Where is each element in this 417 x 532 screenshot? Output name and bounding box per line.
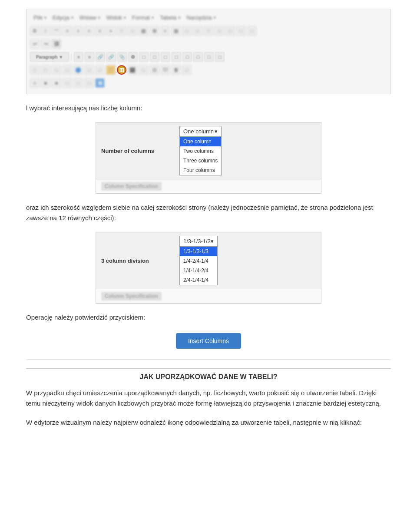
column-division-row: 3 column division 1/3-1/3-1/3 ▾ 1/3-1/3-… [96, 232, 321, 289]
tb-btn-5[interactable]: + [73, 26, 83, 36]
tb-r4-4[interactable]: □ [63, 65, 72, 75]
main-content: l wybrać interesującą nas liczbę kolumn:… [0, 94, 417, 445]
tb-insert-columns-icon[interactable]: ⊞ [117, 65, 126, 75]
division-selected-value: 1/3-1/3-1/3 [183, 238, 211, 245]
division-dropdown-container[interactable]: 1/3-1/3-1/3 ▾ 1/3-1/3-1/3 1/4-2/4-1/4 1/… [179, 236, 218, 285]
menu-format[interactable]: Format ▼ [130, 13, 156, 22]
div-option-4[interactable]: 2/4-1/4-1/4 [180, 275, 217, 285]
tb-r3-11[interactable]: □ [182, 52, 192, 62]
menu-wstaw[interactable]: Wstaw ▼ [78, 13, 103, 22]
tb-btn-8[interactable]: + [106, 26, 116, 36]
tb-r4-12[interactable]: ⊡ [149, 65, 159, 75]
tb-img-btn[interactable]: 🖼 [52, 39, 61, 49]
tb-btn-6[interactable]: ≡ [84, 26, 94, 36]
tb-r5-7[interactable]: ⊞ [95, 78, 105, 88]
division-dropdown-header[interactable]: 1/3-1/3-1/3 ▾ [179, 236, 218, 247]
tb-r4-1[interactable]: □ [30, 65, 40, 75]
menu-widok-arrow: ▼ [123, 16, 127, 20]
tb-r3-12[interactable]: □ [193, 52, 203, 62]
col-option-one[interactable]: One column [180, 137, 221, 146]
tb-r3-7[interactable]: □ [139, 52, 149, 62]
tb-btn-7[interactable]: ≡ [95, 26, 105, 36]
column-spec-blurred-label-2: Column Specification [101, 292, 162, 301]
tb-r3-9[interactable]: □ [161, 52, 170, 62]
paragraph-2: oraz ich szerokość względem siebie na ca… [26, 202, 391, 223]
tb-italic-btn[interactable]: I [41, 26, 50, 36]
columns-dropdown-list[interactable]: One column Two columns Three columns Fou… [179, 137, 222, 175]
tb-btn-21[interactable]: □ [247, 26, 257, 36]
tb-r5-5[interactable]: □ [73, 78, 83, 88]
toolbar-row-5: ≡ ■ ■ □ □ □ ⊞ [30, 77, 387, 89]
tb-r5-2[interactable]: ■ [41, 78, 50, 88]
tb-r4-3[interactable]: □ [52, 65, 61, 75]
tb-r4-7[interactable]: □ [95, 65, 105, 75]
tb-r4-5[interactable]: 🔵 [73, 65, 83, 75]
toolbar-row-1: B I "" ≡ + ≡ ≡ + □ □ ▤ ⊞ ≡ ▤ □ □ □ □ □ □… [30, 25, 387, 36]
menu-narzedzia[interactable]: Narzędzia ▼ [185, 13, 218, 22]
tb-r3-8[interactable]: □ [150, 52, 159, 62]
menu-edycja-label: Edycja [53, 14, 70, 21]
tb-r4-11[interactable]: □ [139, 65, 148, 75]
columns-dropdown-arrow: ▾ [215, 128, 218, 135]
tb-btn-14[interactable]: ▤ [171, 26, 181, 36]
tb-r4-14[interactable]: 🗑 [171, 65, 181, 75]
tb-r3-10[interactable]: □ [172, 52, 181, 62]
columns-dropdown-header[interactable]: One column ▾ [179, 126, 222, 137]
tb-btn-19[interactable]: □ [225, 26, 235, 36]
division-dropdown-list[interactable]: 1/3-1/3-1/3 1/4-2/4-1/4 1/4-1/4-2/4 2/4-… [179, 247, 218, 285]
col-option-four[interactable]: Four columns [180, 165, 221, 175]
section-heading: JAK UPORZĄDKOWAĆ DANE W TABELI? [26, 368, 391, 381]
tb-r4-15[interactable]: □ [182, 65, 192, 75]
tb-r3-13[interactable]: □ [204, 52, 214, 62]
tb-r3-4[interactable]: 🔗 [106, 52, 116, 62]
tb-bold-btn[interactable]: B [30, 26, 40, 36]
tb-r4-8[interactable]: □ [106, 65, 116, 75]
tb-redo-btn[interactable]: ↪ [41, 39, 50, 49]
menu-widok[interactable]: Widok ▼ [105, 13, 129, 22]
columns-selected-value: One column [183, 128, 214, 135]
menu-plik[interactable]: Plik ▼ [32, 13, 49, 22]
tb-r5-4[interactable]: □ [63, 78, 72, 88]
tb-btn-9[interactable]: □ [117, 26, 126, 36]
tb-r5-1[interactable]: ≡ [30, 78, 40, 88]
menu-bar[interactable]: Plik ▼ Edycja ▼ Wstaw ▼ Widok ▼ Format ▼… [30, 13, 387, 23]
col-option-two[interactable]: Two columns [180, 146, 221, 156]
tb-r3-5[interactable]: 📎 [117, 52, 127, 62]
tb-btn-3[interactable]: "" [52, 26, 61, 36]
tb-r3-2[interactable]: ≡ [85, 52, 94, 62]
tb-btn-15[interactable]: □ [182, 26, 192, 36]
col-option-three[interactable]: Three columns [180, 156, 221, 165]
tb-r3-6[interactable]: ⚙ [128, 52, 138, 62]
tb-btn-12[interactable]: ⊞ [149, 26, 159, 36]
div-option-1[interactable]: 1/3-1/3-1/3 [180, 247, 217, 256]
menu-tabela-arrow: ▼ [177, 16, 181, 20]
tb-btn-16[interactable]: □ [193, 26, 202, 36]
number-of-columns-control[interactable]: One column ▾ One column Two columns Thre… [179, 126, 316, 175]
tb-btn-13[interactable]: ≡ [160, 26, 170, 36]
tb-btn-11[interactable]: ▤ [139, 26, 148, 36]
tb-r4-10[interactable]: ⬛ [128, 65, 137, 75]
tb-r3-14[interactable]: □ [215, 52, 225, 62]
menu-tabela[interactable]: Tabela ▼ [158, 13, 183, 22]
tb-btn-10[interactable]: □ [128, 26, 137, 36]
insert-columns-button[interactable]: Insert Columns [176, 333, 241, 349]
tb-r4-6[interactable]: □ [84, 65, 94, 75]
tb-btn-4[interactable]: ≡ [63, 26, 72, 36]
tb-btn-20[interactable]: □ [236, 26, 246, 36]
tb-r5-6[interactable]: □ [84, 78, 94, 88]
tb-btn-17[interactable]: □ [204, 26, 213, 36]
tb-r3-1[interactable]: ≡ [74, 52, 83, 62]
tb-para-select[interactable]: Paragraph ▼ [30, 52, 69, 62]
tb-undo-btn[interactable]: ↩ [30, 39, 40, 49]
tb-r3-3[interactable]: 🔗 [96, 52, 105, 62]
tb-r5-3[interactable]: ■ [52, 78, 61, 88]
div-option-3[interactable]: 1/4-1/4-2/4 [180, 266, 217, 275]
paragraph-4: W przypadku chęci umieszczenia uporządko… [26, 388, 391, 409]
column-division-control[interactable]: 1/3-1/3-1/3 ▾ 1/3-1/3-1/3 1/4-2/4-1/4 1/… [179, 236, 316, 285]
div-option-2[interactable]: 1/4-2/4-1/4 [180, 256, 217, 266]
columns-dropdown-container[interactable]: One column ▾ One column Two columns Thre… [179, 126, 222, 175]
menu-edycja[interactable]: Edycja ▼ [51, 13, 76, 22]
tb-r4-2[interactable]: □ [41, 65, 50, 75]
tb-r4-13[interactable]: 🛡 [160, 65, 170, 75]
tb-btn-18[interactable]: □ [215, 26, 224, 36]
